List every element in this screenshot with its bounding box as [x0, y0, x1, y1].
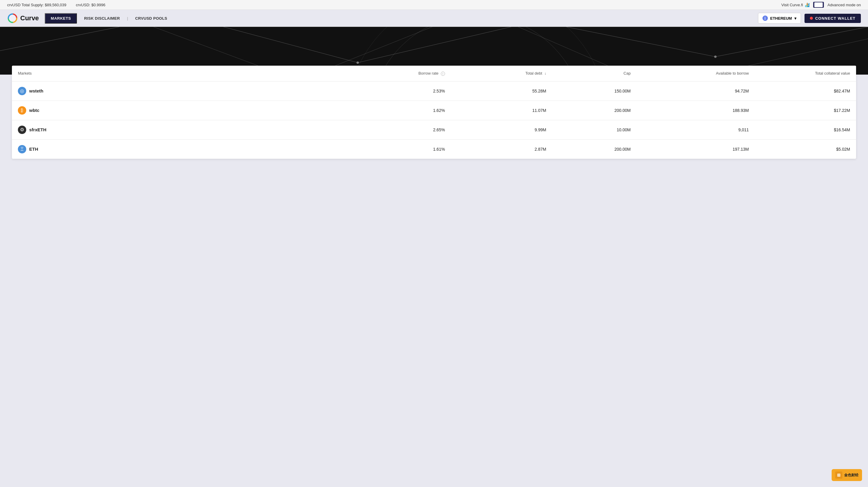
logo-link[interactable]: Curve [7, 13, 39, 24]
asset-icon-wbtc: ₿ [18, 106, 26, 115]
table-row[interactable]: Ξ ETH 1.61% 2.87M 200.00M 197.13M $5.02M [12, 139, 856, 159]
borrow-rate-wbtc: 1.62% [350, 101, 451, 120]
nav-separator: | [127, 16, 128, 21]
curve-logo-icon [7, 13, 18, 24]
borrow-rate-ETH: 1.61% [350, 139, 451, 159]
available-sfrxETH: 9,011 [637, 120, 755, 139]
logo-text: Curve [20, 14, 39, 22]
asset-cell-1: ₿ wbtc [12, 101, 350, 120]
borrow-rate-wsteth: 2.53% [350, 81, 451, 101]
markets-nav-button[interactable]: MARKETS [45, 13, 77, 24]
connect-status-dot [810, 17, 813, 20]
cap-wbtc: 200.00M [552, 101, 637, 120]
asset-cell-3: Ξ ETH [12, 139, 350, 159]
col-borrow-rate[interactable]: Borrow rate i [350, 66, 451, 81]
toggle-inner [814, 2, 823, 7]
col-available: Available to borrow [637, 66, 755, 81]
table-header-row: Markets Borrow rate i Total debt ↓ Cap A… [12, 66, 856, 81]
nav-left: Curve MARKETS RISK DISCLAIMER | CRVUSD P… [7, 13, 168, 24]
top-bar: crvUSD Total Supply: $89,560,039 crvUSD:… [0, 0, 868, 10]
asset-icon-wsteth: ◎ [18, 87, 26, 95]
cap-sfrxETH: 10.00M [552, 120, 637, 139]
asset-cell-2: ⚙ sfrxETH [12, 120, 350, 139]
table-row[interactable]: ⚙ sfrxETH 2.65% 9.99M 10.00M 9,011 $16.5… [12, 120, 856, 139]
borrow-rate-info-icon[interactable]: i [441, 71, 445, 76]
svg-point-0 [7, 13, 18, 23]
watermark: ⊞ 金色财经 [832, 469, 862, 481]
markets-table: Markets Borrow rate i Total debt ↓ Cap A… [12, 66, 856, 159]
asset-name-ETH: ETH [29, 146, 38, 151]
connect-wallet-button[interactable]: CONNECT WALLET [805, 14, 861, 23]
available-ETH: 197.13M [637, 139, 755, 159]
nav-bar: Curve MARKETS RISK DISCLAIMER | CRVUSD P… [0, 10, 868, 27]
ethereum-icon: Ξ [763, 16, 768, 21]
asset-name-wsteth: wsteth [29, 88, 43, 93]
col-markets: Markets [12, 66, 350, 81]
asset-name-wbtc: wbtc [29, 108, 39, 113]
visit-label: Visit Curve.fi [781, 3, 803, 7]
total-debt-wsteth: 55.28M [451, 81, 552, 101]
collateral-ETH: $5.02M [755, 139, 856, 159]
advanced-label: Advanced mode on [828, 3, 861, 7]
svg-point-12 [356, 61, 359, 64]
borrow-rate-sfrxETH: 2.65% [350, 120, 451, 139]
nav-right: Ξ ETHEREUM ▾ CONNECT WALLET [758, 13, 861, 24]
chevron-down-icon: ▾ [795, 16, 797, 21]
sort-arrow-icon: ↓ [544, 71, 546, 76]
asset-icon-ETH: Ξ [18, 145, 26, 153]
table-row[interactable]: ◎ wsteth 2.53% 55.28M 150.00M 94.72M $82… [12, 81, 856, 101]
markets-table-container: Markets Borrow rate i Total debt ↓ Cap A… [12, 66, 856, 159]
risk-disclaimer-link[interactable]: RISK DISCLAIMER [83, 14, 121, 23]
total-debt-ETH: 2.87M [451, 139, 552, 159]
crvusd-pools-link[interactable]: CRVUSD POOLS [134, 14, 168, 23]
collateral-wsteth: $82.47M [755, 81, 856, 101]
ethereum-label: ETHEREUM [770, 16, 792, 21]
table-row[interactable]: ₿ wbtc 1.62% 11.07M 200.00M 188.93M $17.… [12, 101, 856, 120]
top-bar-left: crvUSD Total Supply: $89,560,039 crvUSD:… [7, 3, 105, 7]
col-cap: Cap [552, 66, 637, 81]
total-debt-wbtc: 11.07M [451, 101, 552, 120]
supply-info: crvUSD Total Supply: $89,560,039 [7, 3, 66, 7]
col-total-debt[interactable]: Total debt ↓ [451, 66, 552, 81]
asset-icon-sfrxETH: ⚙ [18, 126, 26, 134]
asset-name-sfrxETH: sfrxETH [29, 127, 46, 132]
wave-emoji: 🏄 [805, 3, 810, 7]
watermark-icon: ⊞ [835, 471, 842, 479]
available-wbtc: 188.93M [637, 101, 755, 120]
cap-wsteth: 150.00M [552, 81, 637, 101]
ethereum-selector-button[interactable]: Ξ ETHEREUM ▾ [758, 13, 801, 24]
main-content: Markets Borrow rate i Total debt ↓ Cap A… [0, 66, 868, 171]
collateral-sfrxETH: $16.54M [755, 120, 856, 139]
available-wsteth: 94.72M [637, 81, 755, 101]
watermark-text: 金色财经 [844, 473, 859, 478]
advanced-toggle[interactable] [813, 2, 824, 8]
cap-ETH: 200.00M [552, 139, 637, 159]
top-bar-right: Visit Curve.fi 🏄 Advanced mode on [781, 2, 861, 8]
col-collateral: Total collateral value [755, 66, 856, 81]
total-debt-sfrxETH: 9.99M [451, 120, 552, 139]
price-info: crvUSD: $0.9996 [76, 3, 105, 7]
asset-cell-0: ◎ wsteth [12, 81, 350, 101]
visit-link[interactable]: Visit Curve.fi 🏄 [781, 3, 810, 7]
collateral-wbtc: $17.22M [755, 101, 856, 120]
connect-wallet-label: CONNECT WALLET [815, 16, 856, 21]
svg-point-14 [714, 56, 717, 58]
